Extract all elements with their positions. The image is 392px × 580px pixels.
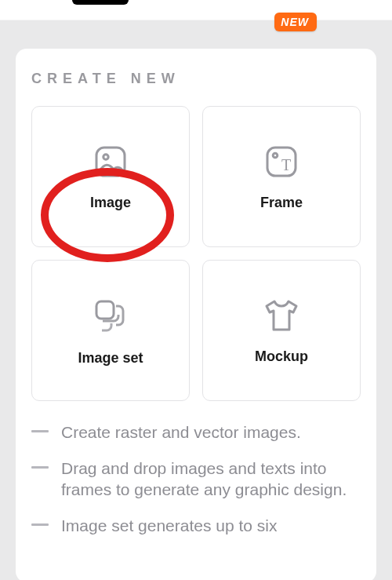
new-badge: NEW	[274, 13, 317, 31]
list-item: Image set generates up to six	[31, 515, 353, 537]
tile-label: Mockup	[255, 348, 308, 365]
image-set-icon	[90, 295, 131, 336]
svg-point-3	[273, 153, 278, 158]
list-item-text: Image set generates up to six	[61, 515, 278, 537]
tile-mockup[interactable]: Mockup	[202, 260, 361, 401]
image-icon	[92, 143, 129, 181]
tile-image-set[interactable]: Image set	[31, 260, 190, 401]
bullet-dash-icon	[31, 466, 49, 469]
top-bar	[0, 0, 392, 20]
bullet-dash-icon	[31, 430, 49, 432]
svg-point-1	[103, 154, 108, 159]
feature-list: Create raster and vector images. Drag an…	[31, 421, 361, 537]
tile-image[interactable]: Image	[31, 106, 190, 247]
tile-frame[interactable]: T Frame	[202, 106, 361, 247]
list-item-text: Create raster and vector images.	[61, 421, 301, 443]
tile-label: Image set	[78, 350, 143, 367]
top-bar-item	[72, 0, 129, 5]
tile-label: Image	[90, 195, 131, 211]
svg-text:T: T	[281, 156, 291, 173]
frame-icon: T	[263, 143, 300, 181]
list-item: Drag and drop images and texts into fram…	[31, 458, 353, 501]
bullet-dash-icon	[31, 523, 49, 526]
tshirt-icon	[260, 297, 303, 334]
tile-label: Frame	[260, 195, 303, 211]
tile-grid: Image T Frame Image set	[31, 106, 361, 401]
list-item-text: Drag and drop images and texts into fram…	[61, 458, 353, 501]
section-title: CREATE NEW	[31, 71, 361, 87]
create-new-panel: CREATE NEW Image T Frame	[16, 49, 376, 580]
svg-rect-0	[96, 148, 125, 176]
svg-rect-5	[96, 301, 114, 319]
list-item: Create raster and vector images.	[31, 421, 353, 443]
